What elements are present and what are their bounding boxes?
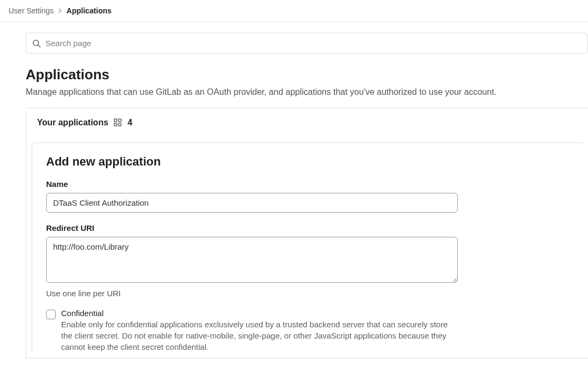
applications-count: 4 — [128, 118, 132, 128]
breadcrumb-parent[interactable]: User Settings — [9, 6, 54, 15]
add-application-card: Add new application Name Redirect URI Us… — [32, 142, 583, 352]
svg-rect-5 — [118, 123, 121, 126]
confidential-label: Confidential — [61, 309, 458, 318]
svg-line-1 — [38, 45, 40, 47]
name-input[interactable] — [46, 193, 458, 213]
svg-rect-3 — [118, 119, 121, 122]
breadcrumb: User Settings Applications — [0, 0, 588, 22]
svg-rect-2 — [114, 119, 117, 122]
form-heading: Add new application — [46, 155, 569, 169]
breadcrumb-current: Applications — [66, 6, 111, 15]
applications-panel: Your applications 4 Add new application … — [26, 108, 588, 358]
panel-header: Your applications 4 — [26, 108, 588, 137]
confidential-checkbox[interactable] — [46, 310, 56, 319]
apps-grid-icon — [114, 118, 122, 127]
search-icon — [32, 39, 41, 48]
page-description: Manage applications that can use GitLab … — [26, 87, 588, 97]
page-title: Applications — [26, 66, 588, 83]
svg-rect-4 — [114, 123, 117, 126]
search-bar — [26, 33, 588, 54]
search-input[interactable] — [26, 33, 588, 54]
redirect-uri-input[interactable] — [46, 237, 458, 283]
redirect-uri-label: Redirect URI — [46, 223, 569, 232]
confidential-option: Confidential Enable only for confidentia… — [46, 309, 569, 352]
panel-heading: Your applications — [37, 118, 108, 128]
name-label: Name — [46, 179, 569, 189]
confidential-description: Enable only for confidential application… — [61, 319, 458, 352]
redirect-uri-hint: Use one line per URI — [46, 289, 569, 298]
chevron-right-icon — [58, 8, 62, 13]
